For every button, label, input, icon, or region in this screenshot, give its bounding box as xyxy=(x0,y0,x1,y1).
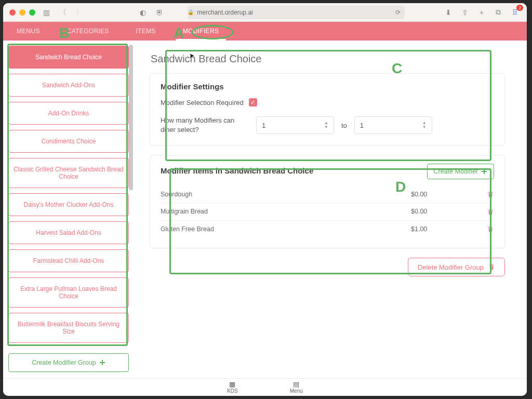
range-question: How many Modifiers can diner select? xyxy=(161,116,249,135)
browser-chrome: ▥ 〈 〉 ◐ ⛨ 🔒 merchant.orderup.ai ⟳ ⬇ ⇧ + … xyxy=(3,3,527,22)
modifier-item-name: Sourdough xyxy=(161,191,411,198)
sidebar-scrollbar[interactable] xyxy=(129,45,133,347)
modifier-items-card: Modifier Items in Sandwich Bread Choice … xyxy=(150,155,505,248)
downloads-icon[interactable]: ⬇ xyxy=(443,7,454,18)
stepper-icon[interactable]: ▲▼ xyxy=(422,118,430,132)
modifier-item-row[interactable]: Sourdough$0.00 xyxy=(161,185,494,203)
sidebar-item-farmstead-chilli[interactable]: Farmstead Chilli Add-Ons xyxy=(8,249,129,272)
trash-icon xyxy=(487,191,494,198)
tabs-icon[interactable]: ⧉ xyxy=(493,7,504,18)
plus-icon xyxy=(99,360,105,366)
create-modifier-group-label: Create Modifier Group xyxy=(32,359,96,366)
sidebar-item-harvest-salad[interactable]: Harvest Salad Add-Ons xyxy=(8,221,129,244)
modifier-item-row[interactable]: Multigrain Bread$0.00 xyxy=(161,203,494,221)
tab-items[interactable]: ITEMS xyxy=(123,22,169,41)
trash-icon xyxy=(488,263,495,271)
modifier-item-name: Multigrain Bread xyxy=(161,208,411,215)
nav-back-icon[interactable]: 〈 xyxy=(57,7,69,18)
modifier-item-price: $1.00 xyxy=(411,225,478,233)
window-minimize[interactable] xyxy=(19,9,25,16)
app-tab-bar: MENUS CATEGORIES ITEMS MODIFIERS xyxy=(3,22,527,41)
share-icon[interactable]: ⇧ xyxy=(459,7,471,18)
trash-icon xyxy=(487,208,494,216)
delete-modifier-button[interactable] xyxy=(478,190,494,198)
content-area: Sandwich Bread Choice Modifier Settings … xyxy=(134,41,527,378)
delete-modifier-button[interactable] xyxy=(478,225,494,233)
address-bar[interactable]: 🔒 merchant.orderup.ai ⟳ xyxy=(188,6,405,19)
grid-icon: ▦ xyxy=(229,381,235,388)
modifier-settings-card: Modifier Settings Modifier Selection Req… xyxy=(150,73,505,145)
tab-categories[interactable]: CATEGORIES xyxy=(54,22,123,41)
delete-modifier-group-button[interactable]: Delete Modifier Group xyxy=(408,258,505,276)
nav-forward-icon: 〉 xyxy=(74,7,85,18)
bottom-nav-menu[interactable]: ▤ Menu xyxy=(290,381,303,394)
reload-icon[interactable]: ⟳ xyxy=(395,9,405,16)
sidebar-item-condiments[interactable]: Condiments Choice xyxy=(8,130,129,153)
trash-icon xyxy=(487,225,494,233)
sidebar-item-grilled-cheese-bread[interactable]: Classic Grilled Cheese Sandwich Bread Ch… xyxy=(8,158,129,188)
sidebar-item-pullman-loaves[interactable]: Extra Large Pullman Loaves Bread Choice xyxy=(8,277,129,308)
privacy-icon[interactable]: ⛨ xyxy=(154,7,165,18)
selection-required-checkbox[interactable]: ✓ xyxy=(249,98,257,107)
modifier-item-name: Gluten Free Bread xyxy=(161,225,411,233)
reader-icon[interactable]: ◐ xyxy=(137,7,149,18)
window-controls[interactable] xyxy=(9,9,35,16)
selection-required-label: Modifier Selection Required xyxy=(161,99,244,107)
modifier-settings-heading: Modifier Settings xyxy=(161,82,494,91)
modifier-item-row[interactable]: Gluten Free Bread$1.00 xyxy=(161,221,494,238)
sidebar-item-mother-clucker[interactable]: Daisy's Mother Clucker Add-Ons xyxy=(8,193,129,216)
max-modifiers-input[interactable]: 1 ▲▼ xyxy=(354,116,432,134)
lock-icon: 🔒 xyxy=(188,9,194,15)
window-close[interactable] xyxy=(9,9,16,16)
bottom-nav-kds[interactable]: ▦ KDS xyxy=(227,381,238,394)
mouse-cursor: ➤ xyxy=(189,52,194,59)
url-text: merchant.orderup.ai xyxy=(197,9,252,16)
create-modifier-button[interactable]: Create Modifier xyxy=(427,164,494,179)
new-tab-icon[interactable]: + xyxy=(476,7,487,18)
stepper-icon[interactable]: ▲▼ xyxy=(324,118,331,132)
min-modifiers-input[interactable]: 1 ▲▼ xyxy=(256,116,334,134)
sidebar-item-buttermilk-biscuits[interactable]: Buttermilk Breakfast Biscuits Serving Si… xyxy=(8,313,129,343)
range-to-label: to xyxy=(341,122,347,129)
sidebar-item-sandwich-addons[interactable]: Sandwich Add-Ons xyxy=(8,74,129,97)
sidebar-item-sandwich-bread-choice[interactable]: Sandwich Bread Choice xyxy=(8,46,129,69)
tab-menus[interactable]: MENUS xyxy=(3,22,54,41)
modifier-item-price: $0.00 xyxy=(411,208,478,215)
sidebar-toggle-icon[interactable]: ▥ xyxy=(41,7,52,18)
modifier-item-price: $0.00 xyxy=(411,191,478,198)
menu-icon: ▤ xyxy=(293,381,299,388)
plus-icon xyxy=(481,168,487,175)
panel-title: Sandwich Bread Choice xyxy=(151,53,505,65)
sidebar-item-addon-drinks[interactable]: Add-On Drinks xyxy=(8,102,129,125)
modifier-items-heading: Modifier Items in Sandwich Bread Choice xyxy=(161,166,313,175)
tab-modifiers[interactable]: MODIFIERS xyxy=(169,22,232,41)
delete-modifier-button[interactable] xyxy=(478,208,494,216)
bottom-nav: ▦ KDS ▤ Menu xyxy=(3,378,527,396)
extensions-icon[interactable]: ⠿ xyxy=(509,7,521,18)
sidebar: Sandwich Bread Choice Sandwich Add-Ons A… xyxy=(3,41,134,378)
window-zoom[interactable] xyxy=(29,9,35,16)
create-modifier-group-button[interactable]: Create Modifier Group xyxy=(8,353,129,372)
